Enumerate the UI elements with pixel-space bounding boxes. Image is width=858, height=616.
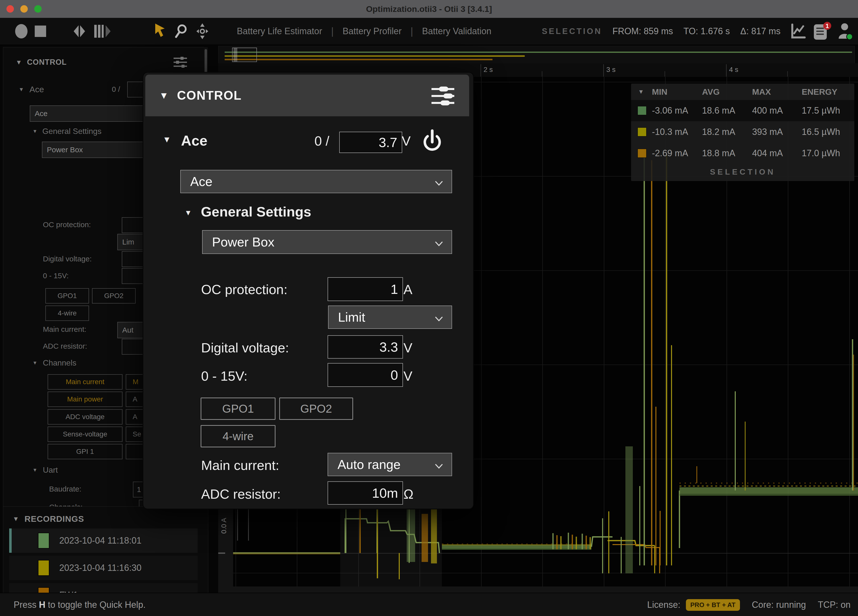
popup-r15-input[interactable]: 0 [328,363,403,387]
time-tick-2s: 2 s [483,66,493,74]
recording-label: 2023-10-04 11:18:01 [59,535,141,546]
popup-gpo1-button[interactable]: GPO1 [201,398,275,420]
recording-item[interactable]: 2023-10-04 11:16:30 [9,556,197,580]
pan-tool-button[interactable] [195,18,210,45]
filter-sliders-icon[interactable] [173,56,188,69]
popup-dv-input[interactable]: 3.3 [328,335,403,359]
popup-oc-unit: A [403,282,412,297]
recordings-header[interactable]: ▼ RECORDINGS [12,514,84,524]
measurement-stats-panel: ▼ MIN AVG MAX ENERGY -3.06 mA 18.6 mA 40… [631,84,854,181]
status-right-group: License: PRO + BT + AT Core: running TCP… [647,599,850,611]
sidebar-device-row[interactable]: ▼ Ace [19,84,44,94]
sidebar-uart-header[interactable]: ▼ Uart [33,465,58,474]
mode-tabs: Battery Life Estimator | Battery Profile… [237,18,491,45]
stat-avg: 18.8 mA [702,148,752,159]
panel-layout-button[interactable] [94,18,111,45]
stats-col-min[interactable]: MIN [652,87,702,97]
core-status: Core: running [752,600,806,610]
popup-gpo2-button[interactable]: GPO2 [279,398,353,420]
window-titlebar: Optimization.otii3 - Otii 3 [3.4.1] [0,0,858,18]
stats-row[interactable]: -10.3 mA 18.2 mA 393 mA 16.5 µWh [631,121,854,143]
stats-col-max[interactable]: MAX [752,87,802,97]
sidebar-channel-adc-voltage[interactable]: ADC voltage [48,409,123,425]
selected-indicator-bar [9,529,12,553]
tab-battery-validation[interactable]: Battery Validation [422,26,491,36]
maximize-window-icon[interactable] [34,5,42,12]
popup-adc-input[interactable]: 10m [328,481,403,505]
sidebar-main-current-label: Main current: [43,325,86,334]
notes-badge: 1 [825,23,829,29]
analytics-icon[interactable] [790,18,806,45]
stat-max: 400 mA [752,106,802,116]
stats-footer-label: SELECTION [631,164,854,181]
zoom-tool-button[interactable] [174,18,188,45]
app-window: Optimization.otii3 - Otii 3 [3.4.1] [0,0,858,616]
window-title: Optimization.otii3 - Otii 3 [3.4.1] [366,4,492,14]
popup-4wire-button[interactable]: 4-wire [201,425,275,447]
collapse-triangle-icon: ▼ [159,90,169,101]
chevron-down-icon [435,457,443,472]
sort-icon[interactable]: ▼ [638,88,652,95]
sidebar-gpo2-button[interactable]: GPO2 [92,288,136,303]
filter-sliders-icon[interactable] [431,86,455,107]
sidebar-channel-main-power[interactable]: Main power [48,392,123,407]
close-window-icon[interactable] [6,5,14,12]
stat-max: 393 mA [752,127,802,137]
sidebar-channel-main-current[interactable]: Main current [48,374,123,390]
popup-adc-label: ADC resistor: [201,486,281,502]
control-popup-header[interactable]: ▼ CONTROL [145,75,469,116]
popup-voltage-input[interactable]: 3.7 [339,132,402,153]
recording-item-selected[interactable]: 2023-10-04 11:18:01 [9,529,197,553]
minimize-window-icon[interactable] [20,5,28,12]
popup-voltage-unit: V [402,133,410,149]
control-popup: ▼ CONTROL ▼ Ace 0 / 3.7 V [143,72,474,509]
stop-button[interactable] [34,18,47,45]
record-button[interactable] [14,18,28,45]
control-popup-title: CONTROL [177,88,242,103]
status-bar: Press H to toggle the Quick Help. Licens… [0,593,858,616]
sidebar-oc-label: OC protection: [43,221,91,229]
popup-main-current-select[interactable]: Auto range [328,453,452,476]
popup-device-counter: 0 / [314,133,329,149]
overview-window-handle[interactable] [232,48,257,62]
collapse-triangle-icon[interactable]: ▼ [163,135,171,144]
selection-from: FROM: 859 ms [612,26,673,36]
help-key: H [39,600,45,610]
sidebar-device-counter: 0 / [112,85,120,93]
tab-battery-life-estimator[interactable]: Battery Life Estimator [237,26,322,36]
cursor-tool-button[interactable] [154,18,168,45]
sidebar-control-header[interactable]: ▼ CONTROL [16,58,67,67]
chart-scroll-strip[interactable] [218,586,858,593]
stats-col-avg[interactable]: AVG [702,87,752,97]
popup-supply-select[interactable]: Power Box [202,230,452,254]
sidebar-dv-label: Digital voltage: [43,255,92,263]
tab-battery-profiler[interactable]: Battery Profiler [343,26,402,36]
sidebar-gpo1-button[interactable]: GPO1 [45,288,89,303]
popup-device-select[interactable]: Ace [180,170,452,193]
sidebar-4wire-button[interactable]: 4-wire [45,305,89,321]
notes-icon[interactable]: 1 [813,18,832,45]
collapse-triangle-icon[interactable]: ▼ [185,208,192,217]
stats-col-energy[interactable]: ENERGY [802,87,854,97]
popup-device-name: Ace [181,132,207,149]
popup-adc-unit: Ω [403,486,413,502]
timeline-overview[interactable] [218,46,855,64]
popup-oc-input[interactable]: 1 [328,277,403,301]
popup-r15-label: 0 - 15V: [201,368,247,384]
tab-separator: | [410,26,413,37]
license-badge: PRO + BT + AT [686,599,740,611]
account-icon[interactable] [838,18,853,45]
fit-width-button[interactable] [72,18,86,45]
selection-delta: Δ: 817 ms [740,26,780,36]
tcp-status: TCP: on [818,600,850,610]
stats-row[interactable]: -3.06 mA 18.6 mA 400 mA 17.5 µWh [631,100,854,121]
recording-color-swatch [38,533,49,549]
power-icon[interactable] [421,129,443,154]
sidebar-channel-gpi1[interactable]: GPI 1 [48,444,123,459]
recording-item[interactable]: FW1 [9,583,197,593]
sidebar-general-settings[interactable]: ▼ General Settings [33,127,101,136]
popup-oc-mode-select[interactable]: Limit [328,305,452,329]
stats-row[interactable]: -2.69 mA 18.8 mA 404 mA 17.0 µWh [631,143,854,164]
sidebar-channel-sense-voltage[interactable]: Sense-voltage [48,426,123,442]
sidebar-channels-header[interactable]: ▼ Channels [33,358,76,367]
